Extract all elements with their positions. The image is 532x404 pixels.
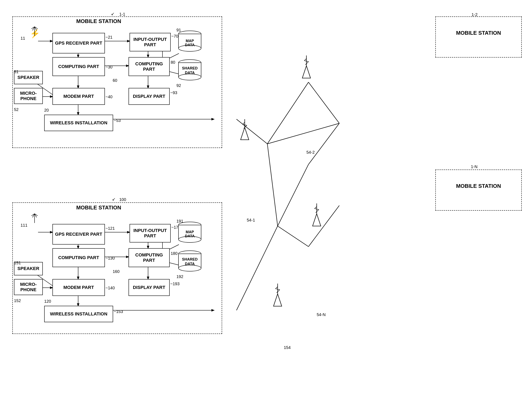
svg-line-31 (267, 123, 339, 144)
ref-192: 192 (176, 274, 183, 279)
svg-line-33 (278, 164, 308, 226)
ref-93: ~93 (170, 90, 177, 95)
svg-line-37 (237, 226, 278, 310)
right-station-1-N-label: MOBILE STATION (442, 183, 516, 189)
bottom-antenna-svg (30, 212, 39, 224)
ref-52: 52 (14, 107, 19, 112)
top-shared-data: SHARED DATA (176, 59, 203, 81)
ref-92: 92 (176, 83, 181, 88)
top-computing2-box: COMPUTING PART (128, 57, 170, 76)
ref-11: 11 (20, 36, 25, 41)
ref-30: ~30 (105, 65, 112, 69)
svg-line-36 (308, 206, 339, 246)
ref-1-1: 1-1 (119, 12, 125, 17)
top-display-box: DISPLAY PART (128, 88, 170, 105)
ref-54-N: 54-N (317, 312, 326, 317)
ref-154: 154 (284, 345, 291, 350)
ref-54-2: 54-2 (306, 150, 315, 155)
svg-text:DATA: DATA (185, 262, 195, 266)
bottom-map-data: MAP DATA (176, 221, 203, 244)
svg-line-30 (308, 82, 339, 123)
relay-antennas-svg (226, 0, 350, 349)
ref-80: 80 (171, 60, 175, 65)
svg-text:MAP: MAP (186, 39, 194, 43)
bottom-wireless-box: WIRELESS INSTALLATION (44, 306, 113, 322)
svg-line-35 (278, 226, 308, 246)
top-mobile-station-label: MOBILE STATION (58, 18, 140, 25)
ref-152: 152 (14, 298, 21, 303)
svg-marker-74 (274, 294, 282, 306)
ref-1-N: 1-N (471, 164, 478, 169)
ref-120: 120 (44, 299, 51, 304)
right-station-1-N-box (435, 170, 522, 211)
svg-text:DATA: DATA (185, 71, 195, 75)
ref-140: ~140 (105, 286, 115, 290)
ref-53: ~53 (114, 118, 121, 123)
svg-line-29 (267, 82, 308, 144)
top-antenna-svg (30, 25, 39, 37)
svg-text:SHARED: SHARED (182, 66, 198, 70)
ref-91: 91 (176, 28, 181, 32)
svg-line-34 (308, 123, 339, 164)
ref-20: 20 (44, 108, 49, 113)
ref-51: 51 (14, 69, 19, 74)
bottom-shared-data: SHARED DATA (176, 250, 203, 272)
ref-151: 151 (14, 261, 21, 265)
svg-text:MAP: MAP (186, 230, 194, 234)
ref-153: ~153 (114, 309, 123, 314)
svg-line-28 (237, 119, 267, 144)
svg-text:DATA: DATA (185, 234, 195, 238)
top-io-box: INPUT-OUTPUT PART (129, 33, 171, 51)
ref-60: 60 (113, 78, 117, 83)
svg-marker-70 (302, 66, 311, 78)
top-modem-box: MODEM PART (52, 88, 105, 105)
top-microphone-box: MICRO-PHONE (14, 88, 43, 104)
ref-160: 160 (113, 269, 120, 274)
right-station-1-2-label: MOBILE STATION (442, 30, 516, 36)
bottom-gps-box: GPS RECEIVER PART (52, 224, 105, 245)
ref-193: ~193 (170, 282, 179, 286)
top-computing1-box: COMPUTING PART (52, 57, 105, 76)
svg-text:SHARED: SHARED (182, 257, 198, 261)
bottom-computing1-box: COMPUTING PART (52, 248, 105, 267)
bottom-modem-box: MODEM PART (52, 279, 105, 296)
svg-line-32 (267, 144, 278, 226)
svg-point-65 (179, 265, 201, 271)
ref-40: ~40 (105, 95, 112, 99)
svg-marker-72 (313, 214, 321, 226)
ref-100: 100 (119, 197, 126, 202)
top-map-data: MAP DATA (176, 30, 203, 52)
bottom-mobile-station-label: MOBILE STATION (58, 204, 140, 211)
svg-text:DATA: DATA (185, 43, 195, 47)
ref-111: 111 (20, 223, 27, 228)
svg-marker-68 (241, 127, 249, 140)
top-wireless-box: WIRELESS INSTALLATION (44, 115, 113, 131)
bottom-display-box: DISPLAY PART (128, 279, 170, 296)
ref-191: 191 (176, 219, 183, 224)
bottom-io-box: INPUT-OUTPUT PART (129, 224, 171, 242)
ref-54-1: 54-1 (247, 218, 255, 222)
bottom-microphone-box: MICRO-PHONE (14, 279, 43, 295)
ref-21: ~21 (105, 35, 112, 40)
diagram-container: 1-1 ↙ MOBILE STATION ⚡ 11 GPS RECEIVER P… (0, 0, 532, 404)
ref-121: ~121 (105, 226, 115, 231)
right-station-1-2-box (435, 16, 522, 57)
svg-point-50 (179, 74, 201, 80)
ref-130: ~130 (105, 256, 115, 261)
top-gps-box: GPS RECEIVER PART (52, 33, 105, 53)
bottom-computing2-box: COMPUTING PART (128, 248, 170, 267)
